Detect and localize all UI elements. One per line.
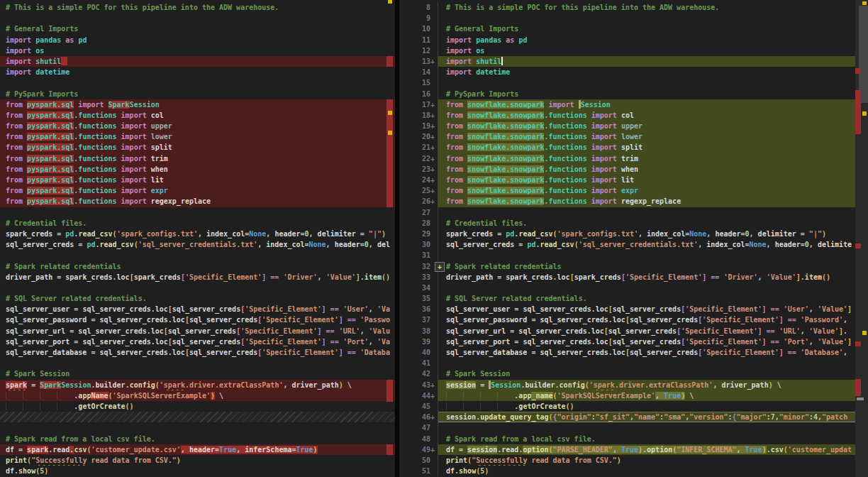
code-line[interactable] [0,283,395,293]
code-line[interactable]: from pyspark.sql.functions import regexp… [0,196,395,207]
code-line[interactable]: 47 [399,422,868,433]
code-line[interactable]: # Spark read from a local csv file. [0,434,395,444]
code-line[interactable] [0,250,395,261]
code-line[interactable]: 12import os [399,45,868,56]
code-line[interactable]: 13+import shutil [399,56,868,67]
code-line[interactable] [0,207,395,218]
code-line[interactable]: 21+from snowflake.snowpark.functions imp… [399,142,868,153]
code-line[interactable]: import datetime [0,67,395,77]
code-line[interactable]: 27 [399,207,868,218]
code-line[interactable]: .appName('SparkSQLServerExample') \ [0,390,395,401]
code-line[interactable]: 16# PySpark Imports [399,89,868,99]
code-line[interactable]: sql_server_database = sql_server_creds.l… [0,347,395,358]
code-line[interactable] [0,358,395,368]
code-line[interactable]: 51df.show(5) [399,466,868,476]
code-line[interactable]: 34 [399,283,868,293]
code-line[interactable]: 32+# Spark related credentials [399,261,868,272]
code-line[interactable]: 49+df = session.read.option("PARSE_HEADE… [399,444,868,455]
code-line[interactable]: 40sql_server_database = sql_server_creds… [399,347,868,358]
code-line[interactable]: 46+session.update_query_tag({"origin":"s… [399,412,868,422]
code-line[interactable]: from pyspark.sql.functions import col [0,110,395,121]
code-line[interactable]: 20+from snowflake.snowpark.functions imp… [399,131,868,142]
code-line[interactable]: 37sql_server_password = sql_server_creds… [399,314,868,325]
code-line[interactable] [0,422,395,433]
code-token: snowflake.snowpark [467,133,544,141]
original-code-pane[interactable]: # This is a simple POC for this pipeline… [0,0,395,477]
code-line[interactable]: # PySpark Imports [0,89,395,99]
code-line[interactable]: 18+from snowflake.snowpark.functions imp… [399,110,868,121]
code-line[interactable]: from pyspark.sql.functions import expr [0,185,395,196]
code-line[interactable]: 39sql_server_port = sql_server_creds.loc… [399,336,868,347]
code-line[interactable]: 36sql_server_user = sql_server_creds.loc… [399,304,868,314]
code-line[interactable]: 17+from snowflake.snowpark import Sessio… [399,99,868,110]
code-line[interactable]: sql_server_url = sql_server_creds.loc[sq… [0,326,395,336]
code-line[interactable]: 14import datetime [399,67,868,77]
code-token: # Spark Session [6,370,69,378]
code-line[interactable] [0,77,395,88]
code-line[interactable]: sql_server_password = sql_server_creds.l… [0,314,395,325]
code-line[interactable]: # Spark Session [0,368,395,379]
code-line[interactable]: from pyspark.sql.functions import lower [0,131,395,142]
code-line[interactable]: from pyspark.sql.functions import when [0,164,395,175]
code-line[interactable]: import pandas as pd [0,35,395,45]
code-line[interactable]: import shutil [0,56,395,67]
code-line[interactable]: # This is a simple POC for this pipeline… [0,2,395,13]
right-overview-ruler[interactable] [855,0,868,477]
code-line[interactable]: from pyspark.sql.functions import upper [0,121,395,131]
code-line[interactable]: sql_server_user = sql_server_creds.loc[s… [0,304,395,314]
code-line[interactable]: import os [0,45,395,56]
code-line[interactable]: 31 [399,250,868,261]
code-line[interactable]: 9 [399,13,868,23]
code-line[interactable]: 23+from snowflake.snowpark.functions imp… [399,164,868,175]
code-line[interactable]: 45 .getOrCreate() [399,401,868,412]
code-line[interactable]: 10# General Imports [399,23,868,34]
code-line[interactable]: 48# Spark read from a local csv file. [399,434,868,444]
code-line[interactable]: 30sql_server_creds = pd.read_csv('sql_se… [399,239,868,250]
code-line[interactable]: df = spark.read.csv('customer_update.csv… [0,444,395,455]
code-line[interactable]: 8# This is a simple POC for this pipelin… [399,2,868,13]
code-token: ) [177,456,181,464]
code-line[interactable]: 15 [399,77,868,88]
code-line[interactable]: 28# Credential files. [399,218,868,229]
code-line[interactable]: driver_path = spark_creds.loc[spark_cred… [0,272,395,283]
code-line[interactable]: 44+ .app_name('SparkSQLServerExample', T… [399,390,868,401]
code-line[interactable]: 42# Spark Session [399,368,868,379]
code-token: = [527,316,540,324]
code-line[interactable]: 43+session = Session.builder.config('spa… [399,380,868,390]
code-line[interactable]: # General Imports [0,23,395,34]
code-line[interactable]: 35# SQL Server related credentials. [399,293,868,304]
code-line[interactable]: 29spark_creds = pd.read_csv('spark_confi… [399,229,868,239]
code-token: import [587,111,621,119]
code-line[interactable]: 11import pandas as pd [399,35,868,45]
code-line[interactable]: sql_server_port = sql_server_creds.loc[s… [0,336,395,347]
left-overview-ruler[interactable] [386,0,393,477]
code-line[interactable]: spark = SparkSession.builder.config('spa… [0,380,395,390]
code-line[interactable]: from pyspark.sql.functions import trim [0,153,395,164]
code-line[interactable] [0,13,395,23]
code-line[interactable]: 22+from snowflake.snowpark.functions imp… [399,153,868,164]
code-line[interactable]: # Credential files. [0,218,395,229]
code-line[interactable]: spark_creds = pd.read_csv('spark_configs… [0,229,395,239]
code-line[interactable]: # SQL Server related credentials. [0,293,395,304]
code-token: pd [78,36,87,44]
code-line[interactable]: 26+from snowflake.snowpark.functions imp… [399,196,868,207]
code-line[interactable]: 24+from snowflake.snowpark.functions imp… [399,175,868,185]
code-line[interactable]: 38sql_server_url = sql_server_creds.loc[… [399,326,868,336]
code-line[interactable]: # Spark related credentials [0,261,395,272]
code-line[interactable] [0,412,395,422]
insert-region-button[interactable]: + [435,262,445,272]
scrollbar-slider[interactable] [859,6,868,103]
code-line[interactable]: from pyspark.sql.functions import split [0,142,395,153]
code-line[interactable]: print("Successfully read data from CSV."… [0,455,395,466]
code-line[interactable]: 33driver_path = spark_creds.loc[spark_cr… [399,272,868,283]
code-line[interactable]: df.show(5) [0,466,395,476]
code-line[interactable]: .getOrCreate() [0,401,395,412]
code-line[interactable]: 25+from snowflake.snowpark.functions imp… [399,185,868,196]
code-line[interactable]: from pyspark.sql.functions import lit [0,175,395,185]
code-line[interactable]: from pyspark.sql import SparkSession [0,99,395,110]
code-line[interactable]: 19+from snowflake.snowpark.functions imp… [399,121,868,131]
modified-code-pane[interactable]: 8# This is a simple POC for this pipelin… [399,0,868,477]
code-line[interactable]: sql_server_creds = pd.read_csv('sql_serv… [0,239,395,250]
code-line[interactable]: 41 [399,358,868,368]
code-line[interactable]: 50print("Successfully read data from CSV… [399,455,868,466]
